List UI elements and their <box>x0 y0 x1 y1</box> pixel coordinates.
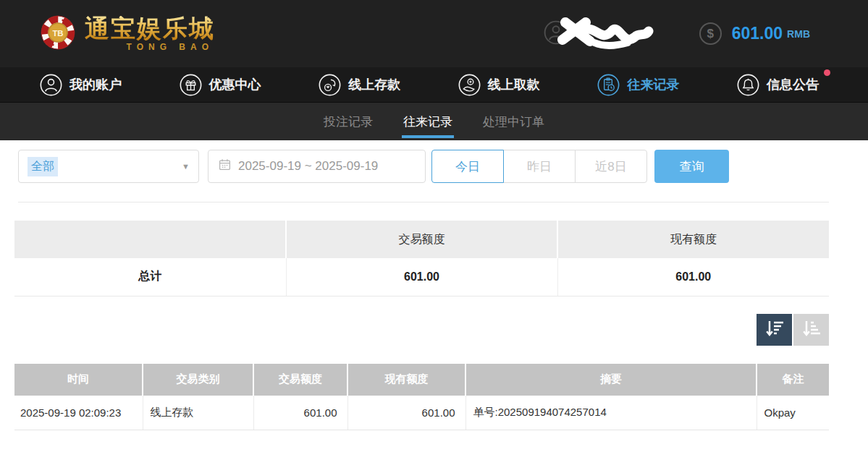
bell-icon <box>737 74 759 96</box>
records-header-transaction-amount: 交易额度 <box>253 364 347 396</box>
sub-tabs: 投注记录 往来记录 处理中订单 <box>0 103 868 140</box>
nav-item-deposit[interactable]: 线上存款 <box>319 74 400 96</box>
nav-label: 往来记录 <box>627 76 679 93</box>
tab-betting-records[interactable]: 投注记录 <box>324 103 373 140</box>
nav-item-transaction-records[interactable]: 往来记录 <box>597 74 679 96</box>
svg-text:TB: TB <box>52 28 63 37</box>
summary-header-row: 交易额度 现有额度 <box>14 221 829 258</box>
balance-amount[interactable]: 601.00 <box>732 24 783 43</box>
nav-label: 优惠中心 <box>209 76 261 93</box>
date-range-input[interactable]: 2025-09-19 ~ 2025-09-19 <box>208 150 426 183</box>
transaction-type-select[interactable]: 全部 ▼ <box>18 150 199 183</box>
range-last8days-button[interactable]: 近8日 <box>575 150 647 183</box>
nav-item-promotions[interactable]: 优惠中心 <box>180 74 261 96</box>
record-type: 线上存款 <box>143 396 253 430</box>
summary-current-amount: 601.00 <box>557 258 829 296</box>
withdraw-icon <box>458 74 481 96</box>
table-row: 2025-09-19 02:09:23 线上存款 601.00 601.00 单… <box>14 396 829 430</box>
nav-item-my-account[interactable]: 我的账户 <box>40 74 122 96</box>
records-header-row: 时间 交易类别 交易额度 现有额度 摘要 备注 <box>14 364 829 396</box>
main-nav: 我的账户 优惠中心 线上存款 <box>0 67 868 103</box>
tab-pending-orders[interactable]: 处理中订单 <box>483 103 544 140</box>
balance-currency: RMB <box>787 28 810 40</box>
records-header-time: 时间 <box>14 364 143 396</box>
top-header: TB 通宝娱乐城 TONG BAO <box>0 0 868 67</box>
record-summary: 单号:202509194074257014 <box>465 396 757 430</box>
notification-dot <box>824 69 830 76</box>
filter-row: 全部 ▼ 2025-09-19 ~ 2025-09-19 今日 昨日 近8日 查… <box>18 150 868 183</box>
gift-icon <box>180 74 202 96</box>
records-header-remark: 备注 <box>757 364 829 396</box>
range-today-button[interactable]: 今日 <box>431 150 504 183</box>
record-time: 2025-09-19 02:09:23 <box>14 396 143 430</box>
summary-header-current-amount: 现有额度 <box>557 221 829 258</box>
summary-header-empty <box>14 221 286 258</box>
site-logo[interactable]: TB 通宝娱乐城 TONG BAO <box>40 14 215 54</box>
nav-label: 线上存款 <box>348 76 400 93</box>
summary-total-label: 总计 <box>14 258 286 296</box>
dollar-icon: $ <box>699 22 722 45</box>
user-account-area[interactable] <box>544 12 699 56</box>
tab-transaction-records[interactable]: 往来记录 <box>403 103 452 140</box>
logo-title: 通宝娱乐城 <box>85 16 215 40</box>
calendar-icon <box>219 158 231 174</box>
sort-descending-icon <box>764 317 785 342</box>
logo-subtitle: TONG BAO <box>85 43 215 51</box>
summary-total-row: 总计 601.00 601.00 <box>14 258 829 296</box>
nav-label: 信息公告 <box>767 76 819 93</box>
records-icon <box>597 74 620 96</box>
sort-ascending-icon <box>801 317 822 342</box>
quick-range-group: 今日 昨日 近8日 <box>431 150 647 183</box>
summary-header-transaction-amount: 交易额度 <box>286 221 557 258</box>
search-button[interactable]: 查询 <box>654 150 729 183</box>
poker-chip-icon: TB <box>40 14 76 54</box>
chevron-down-icon: ▼ <box>182 162 190 171</box>
redacted-username-scribble <box>557 14 654 57</box>
records-header-type: 交易类别 <box>143 364 253 396</box>
record-transaction-amount: 601.00 <box>253 396 347 430</box>
summary-transaction-amount: 601.00 <box>286 258 557 296</box>
records-header-current-amount: 现有额度 <box>347 364 465 396</box>
records-table: 时间 交易类别 交易额度 现有额度 摘要 备注 2025-09-19 02:09… <box>14 364 829 431</box>
nav-item-announcements[interactable]: 信息公告 <box>737 74 819 96</box>
record-current-amount: 601.00 <box>347 396 465 430</box>
deposit-icon <box>319 74 341 96</box>
user-icon <box>40 74 62 96</box>
section-divider <box>18 202 829 202</box>
range-yesterday-button[interactable]: 昨日 <box>503 150 576 183</box>
select-value: 全部 <box>28 157 58 176</box>
nav-label: 线上取款 <box>488 76 540 93</box>
records-header-summary: 摘要 <box>465 364 757 396</box>
nav-item-withdraw[interactable]: 线上取款 <box>458 74 540 96</box>
date-range-value: 2025-09-19 ~ 2025-09-19 <box>238 159 378 174</box>
nav-label: 我的账户 <box>69 76 122 93</box>
sort-ascending-button[interactable] <box>793 314 829 346</box>
sort-controls <box>0 314 829 346</box>
sort-descending-button[interactable] <box>757 314 792 346</box>
record-remark: Okpay <box>757 396 829 430</box>
summary-table: 交易额度 现有额度 总计 601.00 601.00 <box>14 221 829 297</box>
